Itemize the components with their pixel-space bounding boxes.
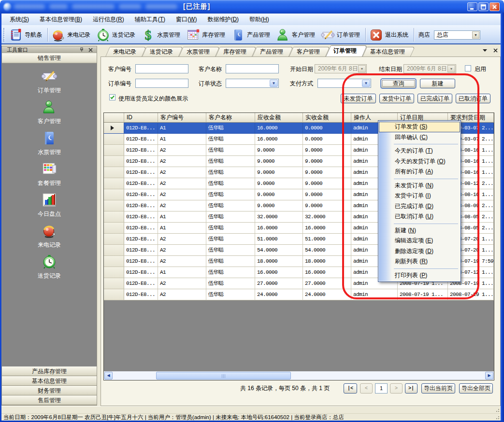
menu-item[interactable]: 窗口(W) — [171, 14, 202, 25]
customer-no-input[interactable] — [135, 64, 188, 73]
order-no-input[interactable] — [135, 79, 188, 88]
chevron-down-icon[interactable]: ▼ — [472, 31, 479, 39]
order-status-select[interactable]: ▼ — [226, 79, 279, 88]
store-select[interactable]: 总店▼ — [434, 30, 480, 40]
first-page-button[interactable]: |< — [344, 383, 357, 394]
page-number-input[interactable]: 1 — [375, 383, 388, 394]
window-border — [501, 13, 504, 422]
sidebar-group-button[interactable]: 售后管理 — [2, 395, 97, 405]
menu-item[interactable]: 数据维护(D) — [202, 14, 244, 25]
sidebar-group-button[interactable]: 财务管理 — [2, 386, 97, 395]
scroll-right-icon[interactable]: ▶ — [485, 372, 493, 380]
sidebar-item[interactable]: 送货记录 — [2, 254, 97, 280]
splitter[interactable] — [97, 46, 101, 406]
toolbar-button[interactable]: 产品管理 — [229, 27, 274, 43]
toolbar-button[interactable]: 水票管理 — [139, 27, 184, 43]
row-indicator-cell[interactable] — [104, 278, 124, 289]
sidebar-group-button[interactable]: 产品库存管理 — [2, 366, 97, 376]
tab[interactable]: 客户管理 — [289, 47, 326, 56]
tab-close-icon[interactable] — [493, 48, 498, 53]
sidebar-item[interactable]: 客户管理 — [2, 99, 97, 126]
menu-item[interactable]: 帮助(H) — [244, 14, 274, 25]
color-checkbox-label: 使用送货员定义的颜色展示 — [118, 94, 188, 103]
sidebar-group-button[interactable]: 基本信息管理 — [2, 376, 97, 386]
start-date-label: 开始日期 — [290, 65, 313, 73]
row-indicator-cell[interactable] — [104, 178, 124, 189]
cell-id: 012D-E8... — [124, 134, 158, 145]
tab[interactable]: 订单管理 — [326, 45, 362, 56]
row-indicator-cell[interactable] — [104, 134, 124, 145]
person-icon — [2, 99, 97, 115]
tab[interactable]: 来电记录 — [105, 47, 142, 56]
minimize-button[interactable] — [467, 2, 477, 11]
sidebar-item[interactable]: 订单管理 — [2, 69, 97, 95]
customer-name-input[interactable] — [226, 64, 279, 73]
row-indicator-cell[interactable] — [104, 211, 124, 223]
cell-receivable: 9.0000 — [255, 167, 303, 178]
toolbar-button[interactable]: 退出系统 — [367, 27, 412, 43]
sidebar-item[interactable]: 来电记录 — [2, 223, 97, 249]
row-indicator-cell[interactable] — [104, 234, 124, 245]
row-indicator-cell[interactable] — [104, 256, 124, 267]
column-header[interactable]: 应收金额 — [255, 113, 303, 123]
cell-receivable: 32.0000 — [255, 211, 303, 223]
row-indicator-cell[interactable] — [104, 145, 124, 156]
close-icon[interactable] — [88, 48, 93, 52]
column-header[interactable]: ID — [124, 113, 158, 123]
tab[interactable]: 库存管理 — [216, 47, 252, 56]
row-indicator-cell[interactable] — [104, 189, 124, 200]
chevron-down-icon[interactable]: ▼ — [270, 80, 278, 87]
tab[interactable]: 水票管理 — [179, 47, 216, 56]
toolbar-button[interactable]: 库存管理 — [184, 27, 229, 43]
pin-icon[interactable] — [79, 47, 84, 52]
last-page-button[interactable]: >| — [405, 383, 418, 394]
menu-item[interactable]: 基本信息管理(B) — [34, 14, 87, 25]
toolbar-button[interactable]: 订单管理 — [319, 27, 364, 43]
color-checkbox[interactable] — [109, 94, 115, 100]
tab[interactable]: 送货记录 — [142, 47, 179, 56]
column-header[interactable]: 客户名称 — [206, 113, 255, 123]
row-indicator-cell[interactable] — [104, 123, 124, 134]
row-indicator-cell[interactable] — [104, 289, 124, 300]
maximize-button[interactable] — [478, 2, 489, 11]
scroll-left-icon[interactable]: ◀ — [104, 372, 113, 380]
toolbar-grip-icon[interactable] — [3, 28, 5, 42]
cell-receivable: 9.0000 — [255, 200, 303, 211]
close-button[interactable] — [490, 2, 500, 11]
row-indicator-cell[interactable] — [104, 156, 124, 167]
row-indicator-header[interactable] — [104, 113, 124, 123]
sidebar-item[interactable]: 水票管理 — [2, 130, 97, 156]
end-date-picker[interactable]: 2009年 6月 8日▼ — [403, 64, 456, 73]
scrollbar-thumb[interactable] — [156, 372, 291, 380]
tab[interactable]: 产品管理 — [252, 47, 289, 56]
tab-list-dropdown-icon[interactable] — [483, 49, 487, 52]
sidebar-item[interactable]: 套餐管理 — [2, 161, 97, 187]
toolbar-button[interactable]: 导航条 — [7, 27, 46, 43]
column-header[interactable]: 客户编号 — [158, 113, 206, 123]
enable-checkbox[interactable] — [465, 65, 471, 71]
row-indicator-cell[interactable] — [104, 223, 124, 234]
export-all-pages-button[interactable]: 导出全部页 — [459, 383, 493, 394]
tab[interactable]: 基本信息管理 — [362, 47, 411, 56]
menu-item[interactable]: 运行信息(R) — [87, 14, 130, 25]
toolbar-button[interactable]: 客户管理 — [274, 27, 319, 43]
menu-item[interactable]: 系统(S) — [4, 14, 34, 25]
toolbar-button[interactable]: 送货记录 — [94, 27, 139, 43]
toolbar-button[interactable]: 来电记录 — [49, 27, 94, 43]
title-bar: [已注册] — [0, 0, 504, 14]
prev-page-button[interactable]: < — [360, 383, 373, 394]
row-indicator-cell[interactable] — [104, 245, 124, 256]
sidebar-item[interactable]: 今日盘点 — [2, 192, 97, 218]
next-page-button[interactable]: > — [390, 383, 403, 394]
cell-receivable: 51.0000 — [255, 234, 303, 245]
export-current-page-button[interactable]: 导出当前页 — [421, 383, 455, 394]
row-indicator-cell[interactable] — [104, 267, 124, 278]
cell-id: 012D-E8... — [124, 123, 158, 134]
menu-item[interactable]: 辅助工具(T) — [130, 14, 171, 25]
row-indicator-cell[interactable] — [104, 200, 124, 211]
horizontal-scrollbar[interactable]: ◀ ▶ — [104, 371, 494, 380]
cell-customer-name: 伍华聪 — [206, 145, 255, 156]
row-indicator-cell[interactable] — [104, 167, 124, 178]
sidebar-group-header[interactable]: 销售管理 — [2, 53, 97, 63]
start-date-picker[interactable]: 2009年 6月 8日▼ — [315, 64, 367, 73]
